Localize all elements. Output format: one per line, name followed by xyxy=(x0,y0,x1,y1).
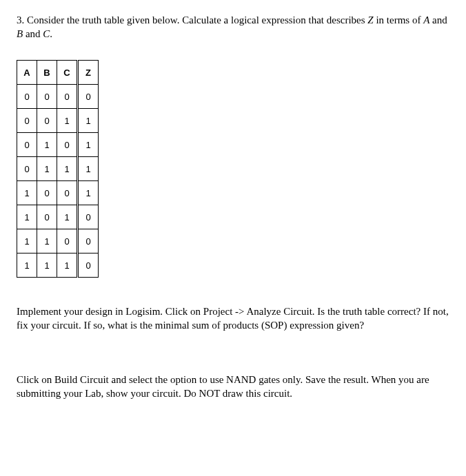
cell: 1 xyxy=(78,181,99,205)
var-c: C xyxy=(43,28,50,39)
col-header-c: C xyxy=(57,61,78,85)
question-prompt: 3. Consider the truth table given below.… xyxy=(17,14,449,41)
cell: 0 xyxy=(57,85,78,109)
question-text-1: Consider the truth table given below. Ca… xyxy=(27,14,367,25)
cell: 1 xyxy=(37,229,57,253)
cell: 0 xyxy=(78,205,99,229)
var-a: A xyxy=(423,14,429,25)
period: . xyxy=(50,28,52,39)
table-row: 0 0 1 1 xyxy=(17,109,99,133)
cell: 0 xyxy=(17,157,37,181)
cell: 0 xyxy=(17,133,37,157)
cell: 1 xyxy=(78,157,99,181)
cell: 1 xyxy=(78,133,99,157)
cell: 1 xyxy=(78,109,99,133)
table-row: 0 1 0 1 xyxy=(17,133,99,157)
cell: 0 xyxy=(78,229,99,253)
cell: 0 xyxy=(37,109,57,133)
cell: 0 xyxy=(37,205,57,229)
cell: 1 xyxy=(37,157,57,181)
table-row: 1 0 0 1 xyxy=(17,181,99,205)
cell: 1 xyxy=(57,157,78,181)
col-header-a: A xyxy=(17,61,37,85)
cell: 0 xyxy=(37,85,57,109)
cell: 1 xyxy=(17,181,37,205)
cell: 1 xyxy=(17,253,37,278)
cell: 1 xyxy=(57,253,78,278)
and-1: and xyxy=(429,14,447,25)
and-2: and xyxy=(23,28,43,39)
table-body: 0 0 0 0 0 0 1 1 0 1 0 1 0 1 1 1 1 0 0 1 xyxy=(17,85,99,278)
question-text-2: in terms of xyxy=(374,14,424,25)
instruction-para-1: Implement your design in Logisim. Click … xyxy=(17,305,449,332)
cell: 1 xyxy=(37,253,57,278)
cell: 0 xyxy=(57,181,78,205)
cell: 0 xyxy=(57,229,78,253)
cell: 0 xyxy=(78,85,99,109)
cell: 0 xyxy=(78,253,99,278)
cell: 0 xyxy=(37,181,57,205)
truth-table: A B C Z 0 0 0 0 0 0 1 1 0 1 0 1 0 1 1 1 xyxy=(17,60,99,278)
cell: 1 xyxy=(57,109,78,133)
var-z: Z xyxy=(367,14,373,25)
cell: 0 xyxy=(57,133,78,157)
cell: 1 xyxy=(57,205,78,229)
instruction-para-2: Click on Build Circuit and select the op… xyxy=(17,373,449,400)
table-row: 1 1 1 0 xyxy=(17,253,99,278)
cell: 0 xyxy=(17,85,37,109)
table-header-row: A B C Z xyxy=(17,61,99,85)
cell: 1 xyxy=(17,229,37,253)
table-row: 0 0 0 0 xyxy=(17,85,99,109)
table-row: 1 1 0 0 xyxy=(17,229,99,253)
cell: 0 xyxy=(17,109,37,133)
question-number: 3. xyxy=(17,14,24,25)
var-b: B xyxy=(17,28,23,39)
cell: 1 xyxy=(37,133,57,157)
table-row: 1 0 1 0 xyxy=(17,205,99,229)
cell: 1 xyxy=(17,205,37,229)
col-header-z: Z xyxy=(78,61,99,85)
col-header-b: B xyxy=(37,61,57,85)
table-row: 0 1 1 1 xyxy=(17,157,99,181)
